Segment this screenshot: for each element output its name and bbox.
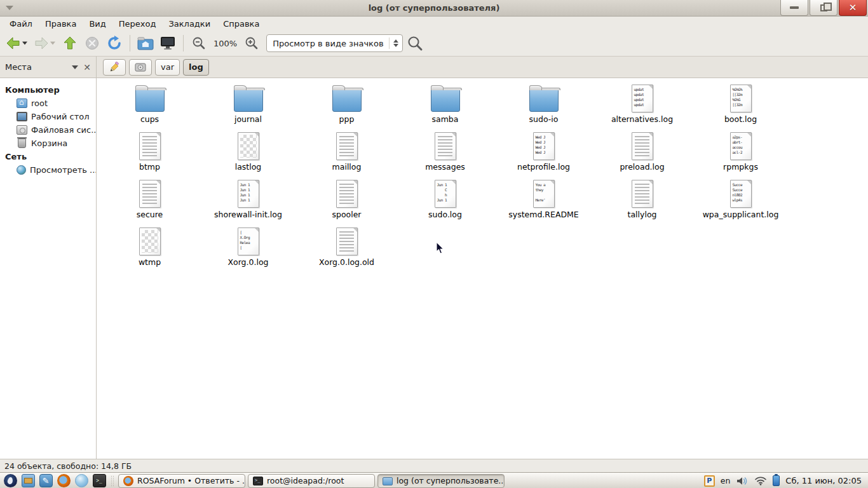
minimize-button[interactable]	[780, 0, 808, 16]
places-close-icon[interactable]: ✕	[83, 63, 91, 72]
document-icon	[336, 180, 358, 208]
file-item[interactable]: preload.log	[593, 131, 691, 179]
document-icon	[336, 132, 358, 160]
sidebar-item-icon	[18, 139, 26, 148]
menu-item[interactable]: Вид	[83, 18, 111, 30]
task-button[interactable]: log (от суперпользовате...	[377, 474, 505, 488]
launcher-icon	[4, 474, 17, 487]
back-button[interactable]	[4, 33, 30, 53]
file-item[interactable]: Wed J Wed J Wed J Wed J netprofile.log	[494, 131, 593, 179]
file-item[interactable]: Xorg.0.log.old	[297, 226, 396, 274]
file-item[interactable]: updat updat updat updat alternatives.log	[593, 83, 691, 131]
status-bar: 24 объекта, свободно: 14,8 ГБ	[0, 459, 868, 472]
back-history-chevron-icon[interactable]	[22, 42, 27, 45]
wifi-icon[interactable]	[754, 476, 767, 485]
launcher-button[interactable]	[92, 474, 107, 488]
path-segment-button[interactable]: var	[155, 59, 180, 76]
task-icon	[123, 476, 133, 486]
volume-icon[interactable]	[736, 476, 749, 486]
file-name-label: spooler	[332, 210, 361, 219]
sidebar-item[interactable]: Файловая сис...	[0, 123, 96, 137]
file-item[interactable]: spooler	[297, 179, 396, 226]
file-name-label: maillog	[332, 162, 362, 172]
clock[interactable]: Сб, 11 июн, 02:05	[785, 476, 862, 485]
menu-item[interactable]: Справка	[217, 18, 265, 30]
file-name-label: btmp	[139, 162, 160, 172]
file-item[interactable]: You a they Here' systemd.README	[494, 179, 593, 226]
launcher-button[interactable]	[3, 474, 18, 488]
toolbar: 100% Просмотр в виде значков	[0, 30, 868, 57]
task-label: log (от суперпользовате...	[397, 476, 505, 485]
launcher-button[interactable]	[56, 474, 71, 488]
window-menu-button[interactable]	[0, 0, 19, 16]
up-button[interactable]	[60, 33, 80, 53]
zoom-out-button[interactable]	[189, 33, 209, 53]
title-bar[interactable]: log (от суперпользователя) ✕	[0, 0, 868, 17]
file-item[interactable]: Jun 1 Jun 1 Jun 1 Jun 1 shorewall-init.l…	[199, 179, 297, 226]
desktop-button[interactable]	[158, 33, 178, 53]
file-item[interactable]: a2ps- abrt- accou acl-2 rpmpkgs	[691, 131, 790, 179]
stop-button	[82, 33, 102, 53]
file-item[interactable]: messages	[396, 131, 494, 179]
sidebar-item-label: Сеть	[5, 152, 27, 161]
keyboard-layout-indicator[interactable]: en	[721, 476, 731, 485]
menu-item[interactable]: Правка	[39, 18, 82, 30]
file-item[interactable]: maillog	[297, 131, 396, 179]
zoom-in-button[interactable]	[241, 33, 262, 53]
document-lines-decoration	[339, 136, 354, 156]
folder-icon	[529, 89, 559, 112]
sidebar-item[interactable]: Просмотреть ...	[0, 163, 96, 177]
reload-button[interactable]	[104, 33, 125, 53]
file-item[interactable]: samba	[396, 83, 494, 131]
clipboard-manager-icon[interactable]: P	[704, 475, 715, 487]
file-item[interactable]: btmp	[100, 131, 199, 179]
launcher-button[interactable]	[38, 474, 53, 488]
file-item[interactable]: Succe Succe nl802 wlp4s wpa_supplicant.l…	[691, 179, 790, 226]
document-icon: Wed J Wed J Wed J Wed J	[533, 132, 555, 160]
home-button[interactable]	[135, 33, 156, 53]
sidebar-item[interactable]: root	[0, 97, 96, 110]
file-item[interactable]: sudo-io	[494, 83, 593, 131]
document-icon: a2ps- abrt- accou acl-2	[730, 132, 752, 160]
file-view[interactable]: cups journal	[97, 78, 868, 459]
places-selector-chevron-icon[interactable]	[72, 65, 78, 69]
file-item[interactable]: [ X.Org Relea [ Xorg.0.log	[199, 226, 297, 274]
task-button[interactable]: ROSAForum • Ответить - ...	[118, 474, 245, 488]
file-item[interactable]: journal	[199, 83, 297, 131]
places-panel-header: Места ✕	[0, 57, 97, 78]
file-item[interactable]: secure	[100, 179, 199, 226]
menu-item[interactable]: Переход	[113, 18, 162, 30]
launcher-button[interactable]	[74, 474, 89, 488]
filesystem-root-button[interactable]	[129, 59, 152, 76]
sidebar-item[interactable]: Рабочий стол	[0, 110, 96, 123]
search-button[interactable]	[405, 33, 425, 53]
close-button[interactable]: ✕	[839, 0, 867, 16]
file-item[interactable]: %G%G% [[32m %G%G [[32m boot.log	[691, 83, 790, 131]
view-mode-select[interactable]: Просмотр в виде значков	[266, 34, 402, 52]
sidebar-item[interactable]: Сеть	[0, 150, 96, 163]
edit-path-button[interactable]	[103, 59, 126, 76]
maximize-button[interactable]	[810, 0, 837, 16]
task-icon	[383, 477, 393, 485]
path-segment-button[interactable]: log	[183, 59, 209, 76]
forward-button[interactable]	[32, 33, 58, 53]
task-button[interactable]: root@ideapad:/root	[248, 474, 375, 488]
file-item[interactable]: tallylog	[593, 179, 691, 226]
launcher-button[interactable]	[20, 474, 36, 488]
file-name-label: systemd.README	[508, 210, 579, 219]
document-preview-text: a2ps- abrt- accou acl-2	[731, 133, 751, 155]
menu-item[interactable]: Файл	[4, 18, 38, 30]
view-mode-spinner-icon	[389, 37, 398, 49]
file-icon	[332, 226, 362, 257]
file-name-label: sudo-io	[529, 114, 559, 124]
file-item[interactable]: ppp	[297, 83, 396, 131]
file-item[interactable]: lastlog	[199, 131, 297, 179]
file-item[interactable]: wtmp	[100, 226, 199, 274]
launcher-icon	[39, 474, 53, 487]
file-item[interactable]: cups	[100, 83, 199, 131]
sidebar-item[interactable]: Корзина	[0, 137, 96, 150]
file-item[interactable]: Jun 1 C h Jun 1 sudo.log	[396, 179, 494, 226]
menu-item[interactable]: Закладки	[163, 18, 216, 30]
battery-icon[interactable]	[773, 475, 780, 486]
sidebar-item[interactable]: Компьютер	[0, 83, 96, 97]
